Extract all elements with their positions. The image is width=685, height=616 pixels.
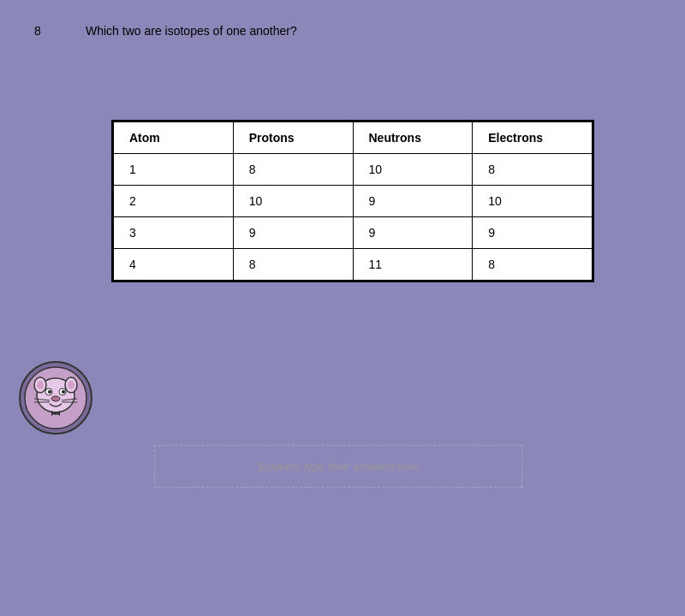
cell-r4-c4: 8 (473, 249, 593, 281)
cell-r2-c1: 2 (114, 186, 234, 217)
svg-point-9 (48, 390, 51, 394)
svg-point-6 (68, 381, 74, 389)
svg-point-10 (62, 390, 65, 394)
table-row: 210910 (114, 186, 593, 217)
cell-r3-c2: 9 (233, 217, 353, 249)
cell-r3-c4: 9 (473, 217, 593, 249)
col-header-protons: Protons (233, 122, 353, 154)
col-header-neutrons: Neutrons (353, 122, 473, 154)
cell-r4-c2: 8 (233, 249, 353, 281)
cell-r4-c1: 4 (114, 249, 234, 281)
cell-r1-c1: 1 (114, 154, 234, 186)
mascot-image (17, 359, 94, 436)
cell-r2-c4: 10 (473, 186, 593, 217)
table-row: 3999 (114, 217, 593, 249)
svg-point-11 (51, 396, 60, 401)
cell-r1-c4: 8 (473, 154, 593, 186)
svg-point-5 (37, 381, 44, 389)
col-header-electrons: Electrons (473, 122, 593, 154)
cell-r3-c3: 9 (353, 217, 473, 249)
question-number: 8 (34, 24, 41, 38)
cell-r1-c2: 8 (233, 154, 353, 186)
answer-input[interactable] (155, 446, 521, 487)
cell-r4-c3: 11 (353, 249, 473, 281)
svg-point-18 (54, 412, 57, 415)
cell-r2-c3: 9 (353, 186, 473, 217)
answer-input-area[interactable] (154, 445, 522, 488)
col-header-atom: Atom (114, 122, 234, 154)
table-row: 18108 (114, 154, 593, 186)
question-text: Which two are isotopes of one another? (86, 24, 297, 38)
cell-r1-c3: 10 (353, 154, 473, 186)
table-row: 48118 (114, 249, 593, 281)
data-table: Atom Protons Neutrons Electrons 18108210… (111, 120, 594, 282)
cell-r3-c1: 3 (114, 217, 234, 249)
cell-r2-c2: 10 (233, 186, 353, 217)
